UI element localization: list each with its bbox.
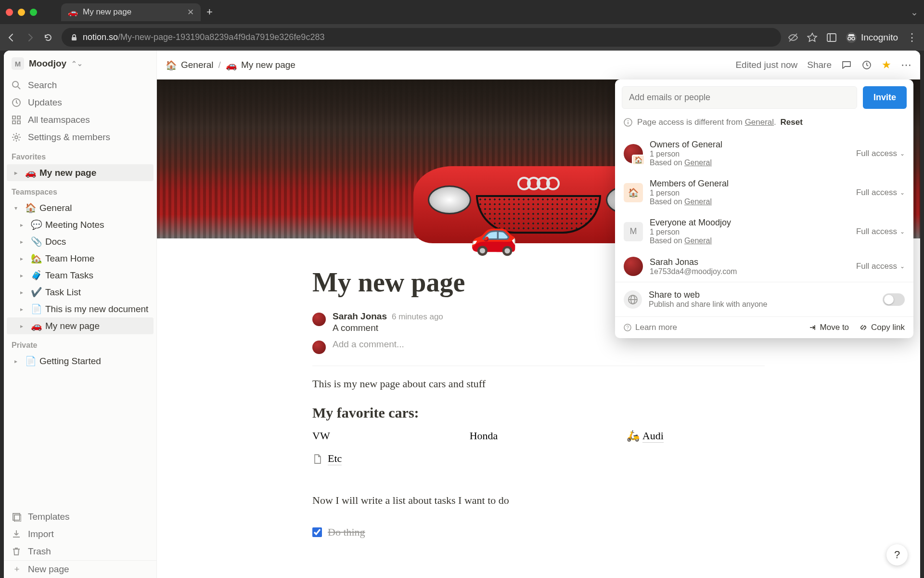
reset-button[interactable]: Reset [781, 118, 803, 127]
share-footer: ? Learn more Move to C [615, 316, 913, 338]
back-button[interactable] [7, 33, 18, 42]
search-icon [12, 80, 22, 90]
add-comment[interactable]: Add a comment... [312, 339, 765, 354]
tracking-icon[interactable] [788, 32, 798, 43]
sidepanel-icon[interactable] [826, 32, 837, 43]
tab-title: My new page [83, 7, 131, 17]
templates-icon [12, 512, 22, 522]
incognito-indicator[interactable]: Incognito [846, 32, 898, 43]
favorite-item[interactable]: ▸ 🚗 My new page [7, 164, 154, 181]
paragraph[interactable]: Now I will write a list about tasks I wa… [312, 494, 765, 507]
share-people-input[interactable] [622, 86, 857, 109]
teamspace-root[interactable]: ▾ 🏠 General [7, 199, 154, 216]
chevron-right-icon[interactable]: ▸ [14, 170, 21, 176]
app-frame: M Moodjoy ⌃⌄ Search Updates All teamspac… [4, 51, 920, 578]
teamspace-page[interactable]: ▸ ✔️ Task List [7, 284, 154, 301]
todo-checkbox[interactable] [312, 527, 322, 537]
sidebar-all-teamspaces[interactable]: All teamspaces [4, 111, 156, 129]
chevron-right-icon[interactable]: ▸ [20, 306, 27, 313]
invite-button[interactable]: Invite [863, 86, 907, 109]
url-path: /My-new-page-193190a8239a4f9da7919e326fe… [118, 32, 324, 42]
subpage-link[interactable]: Etc [312, 452, 765, 465]
column[interactable]: VW [312, 430, 450, 443]
browser-menu-icon[interactable]: ⋮ [907, 31, 917, 44]
notice-link[interactable]: General [745, 118, 774, 127]
help-button[interactable]: ? [886, 544, 908, 565]
svg-rect-20 [628, 122, 629, 124]
window-minimize[interactable] [18, 9, 25, 16]
copy-link-button[interactable]: Copy link [860, 323, 905, 332]
learn-more-link[interactable]: ? Learn more [624, 323, 677, 332]
page-emoji: ✔️ [31, 287, 41, 298]
document-icon [312, 454, 323, 464]
topbar-actions: Edited just now Share ★ ⋯ [735, 59, 911, 71]
chevron-right-icon[interactable]: ▸ [20, 272, 27, 279]
basedon-link[interactable]: General [684, 236, 712, 245]
sidebar-import[interactable]: Import [4, 525, 156, 543]
window-close[interactable] [6, 9, 13, 16]
private-page[interactable]: ▸ 📄 Getting Started [7, 353, 154, 369]
breadcrumb-item-current[interactable]: 🚗 My new page [226, 60, 295, 71]
sidebar-templates[interactable]: Templates [4, 508, 156, 525]
workspace-switcher[interactable]: M Moodjoy ⌃⌄ [4, 51, 156, 77]
column[interactable]: 🛵 Audi [627, 430, 765, 443]
chevron-down-icon[interactable]: ▾ [14, 205, 21, 211]
history-icon[interactable] [861, 60, 872, 70]
page-label: My new page [39, 168, 96, 178]
sidebar-settings[interactable]: Settings & members [4, 129, 156, 146]
basedon-link[interactable]: General [684, 158, 712, 167]
teamspace-page[interactable]: ▸ 🧳 Team Tasks [7, 267, 154, 284]
teamspace-page[interactable]: ▸ 💬 Meeting Notes [7, 216, 154, 233]
crumb-label: General [181, 60, 214, 70]
share-web-toggle[interactable] [883, 293, 905, 306]
share-button[interactable]: Share [807, 60, 832, 70]
teamspace-label: General [39, 203, 72, 213]
teamspace-page[interactable]: ▸ 📄 This is my new document [7, 301, 154, 317]
address-bar[interactable]: notion.so/My-new-page-193190a8239a4f9da7… [62, 28, 781, 47]
forward-button[interactable] [25, 33, 37, 42]
teamspace-page[interactable]: ▸ 📎 Docs [7, 233, 154, 250]
todo-text[interactable]: Do thing [328, 526, 365, 539]
chevron-right-icon[interactable]: ▸ [20, 323, 27, 329]
access-dropdown[interactable]: Full access⌄ [856, 262, 905, 271]
chevron-right-icon[interactable]: ▸ [20, 255, 27, 262]
breadcrumb-item[interactable]: 🏠 General [166, 60, 214, 71]
chevron-right-icon[interactable]: ▸ [20, 238, 27, 245]
more-icon[interactable]: ⋯ [901, 59, 911, 71]
move-to-button[interactable]: Move to [808, 323, 849, 332]
window-zoom[interactable] [30, 9, 37, 16]
access-dropdown[interactable]: Full access⌄ [856, 188, 905, 197]
favorite-star-icon[interactable]: ★ [882, 59, 891, 71]
share-row-email: 1e753da4@moodjoy.com [650, 267, 849, 276]
bookmark-star-icon[interactable] [807, 32, 818, 43]
chevron-right-icon[interactable]: ▸ [20, 289, 27, 296]
chevron-right-icon[interactable]: ▸ [20, 222, 27, 228]
teamspace-page-current[interactable]: ▸ 🚗 My new page [7, 317, 154, 334]
sidebar-updates[interactable]: Updates [4, 94, 156, 111]
access-dropdown[interactable]: Full access⌄ [856, 149, 905, 158]
tabstrip-expand-icon[interactable]: ⌄ [911, 7, 918, 18]
heading-2[interactable]: My favorite cars: [312, 405, 765, 421]
group-avatar: 🏠 [624, 183, 643, 202]
browser-tab[interactable]: 🚗 My new page ✕ [61, 3, 201, 21]
paragraph[interactable]: This is my new page about cars and stuff [312, 378, 765, 390]
close-tab-icon[interactable]: ✕ [187, 7, 194, 17]
sidebar-trash[interactable]: Trash [4, 543, 156, 560]
lock-icon [70, 34, 78, 41]
chevron-right-icon[interactable]: ▸ [14, 358, 21, 365]
new-tab-button[interactable]: + [206, 6, 213, 18]
basedon-link[interactable]: General [684, 197, 712, 206]
column[interactable]: Honda [470, 430, 608, 443]
comment-time: 6 minutes ago [392, 312, 443, 322]
comments-icon[interactable] [841, 60, 852, 70]
new-page-button[interactable]: + New page [4, 561, 156, 578]
reload-button[interactable] [43, 33, 55, 42]
teamspace-page[interactable]: ▸ 🏡 Team Home [7, 250, 154, 267]
group-avatar: M [624, 222, 643, 241]
share-input-row: Invite [615, 79, 913, 116]
access-dropdown[interactable]: Full access⌄ [856, 227, 905, 236]
page-mention[interactable]: Audi [642, 430, 664, 443]
todo-item[interactable]: Do thing [312, 526, 765, 539]
private-section-label: Private [4, 334, 156, 353]
sidebar-search[interactable]: Search [4, 77, 156, 94]
